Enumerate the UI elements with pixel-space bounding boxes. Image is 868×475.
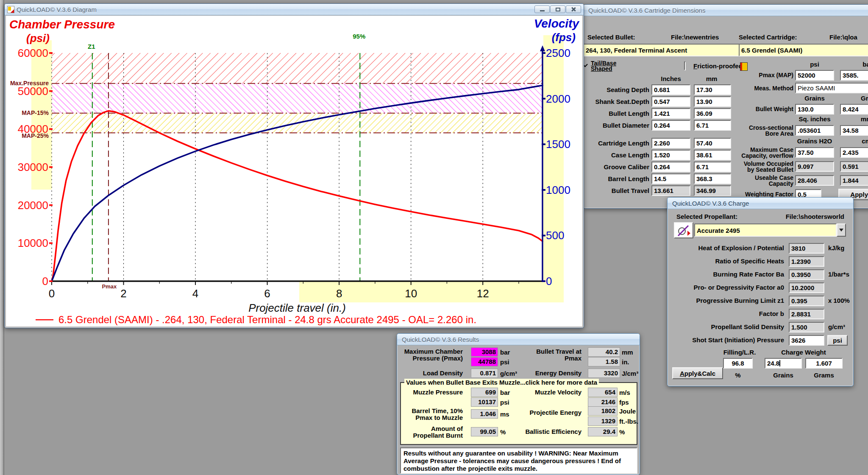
dimension-inches-field[interactable]: 1.421 — [651, 108, 690, 119]
psi-unit-button[interactable]: psi — [827, 335, 848, 346]
results-window-title: QuickLOAD© V.3.6 Results — [402, 336, 479, 343]
bullet-combobox[interactable]: 264, 130, Federal Terminal Ascent — [583, 44, 765, 56]
minimize-button[interactable] — [534, 6, 550, 13]
propellant-combobox[interactable]: Accurate 2495 — [694, 224, 846, 237]
filling-ratio-field[interactable]: 96.8 — [723, 358, 753, 369]
parameter-unit: x 100% — [828, 297, 850, 304]
dimension-inches-field[interactable]: 0.547 — [651, 96, 690, 107]
dimension-mm-field[interactable]: 13.90 — [694, 96, 731, 107]
parameter-value-field: 2.8831 — [789, 309, 824, 319]
spec-value-field-2[interactable]: 2.435 — [840, 147, 868, 158]
x-tick-label: 4 — [192, 287, 198, 300]
selected-bullet-label: Selected Bullet: — [587, 34, 635, 41]
unit-header: Gra — [840, 95, 868, 103]
diagram-window-titlebar[interactable]: QuickLOAD© V.3.6 Diagram — [5, 4, 584, 15]
dimension-mm-field[interactable]: 57.40 — [694, 138, 731, 148]
spec-value-field-2[interactable]: 8.424 — [840, 104, 868, 115]
dimension-mm-field[interactable]: 6.71 — [694, 120, 731, 131]
spec-value-field[interactable]: 130.0 — [795, 104, 834, 115]
energy-density-value: 3320 — [588, 369, 620, 378]
pressure-tick — [49, 166, 53, 168]
bullet-dimension-row: Cartridge Length2.26057.40 — [585, 138, 731, 150]
muzzle-pressure-bar-value: 699 — [471, 388, 498, 397]
dimension-inches-field[interactable]: 0.264 — [651, 162, 690, 172]
chart-area: Max.PressureMAP-15%MAP-25%Z195%Pmax02468… — [6, 16, 582, 327]
dimension-mm-field[interactable]: 17.30 — [694, 84, 731, 95]
muzzle-velocity-ms-value: 654 — [588, 388, 618, 397]
spec-value-field-2[interactable]: 3585. — [840, 70, 868, 81]
propellant-edit-button[interactable] — [674, 222, 693, 238]
velocity-axis-unit: (fps) — [552, 31, 576, 44]
propellant-combobox-value[interactable]: Accurate 2495 — [694, 224, 837, 237]
meas-method-row: Meas. MethodPiezo SAAMI — [734, 81, 868, 95]
velocity-tick — [542, 52, 545, 54]
charge-grains-value: 24.8 — [767, 360, 779, 367]
spec-label: Useable Case Capacity — [734, 175, 793, 187]
diagram-window: QuickLOAD© V.3.6 Diagram Max.PressureMAP… — [4, 3, 584, 328]
ballistic-efficiency-value: 29.4 — [588, 427, 618, 436]
dimension-mm-field[interactable]: 36.09 — [694, 108, 731, 119]
travel-mm-unit: mm — [622, 349, 633, 356]
pressure-tick — [49, 242, 53, 244]
unit-header: Grains — [795, 95, 834, 103]
cartridge-spec-row: Pmax (MAP)520003585. — [734, 69, 868, 81]
cartridge-spec-row: Cross-sectional Bore Area.05360134.58 — [734, 123, 868, 137]
pmax-bar-value: 3088 — [471, 347, 498, 357]
dimension-inches-field[interactable]: 0.681 — [651, 84, 690, 95]
maximize-button[interactable] — [550, 6, 565, 13]
spec-value-field[interactable]: 37.50 — [795, 147, 834, 158]
spec-label: Maximum Case Capacity, overflow — [734, 147, 793, 159]
meas-method-field[interactable]: Piezo SAAMI — [795, 83, 868, 93]
charge-grams-field[interactable]: 1.607 — [805, 358, 843, 369]
unit-header: mm — [840, 115, 868, 123]
dimension-mm-field[interactable]: 38.61 — [694, 150, 731, 160]
propellant-parameter-row: Pro- or Degressivity Factor a010.2000 — [669, 281, 853, 294]
charge-window-titlebar[interactable]: QuickLOAD© V.3.6 Charge — [668, 198, 853, 209]
load-density-label: Load Density — [402, 370, 463, 377]
charge-window-client: Selected Propellant: File:\shootersworld… — [669, 210, 852, 385]
bullet-combobox-value[interactable]: 264, 130, Federal Terminal Ascent — [583, 44, 756, 56]
close-button[interactable] — [566, 6, 581, 13]
velocity-tick-label: 0 — [546, 275, 552, 288]
spec-value-field[interactable]: .053601 — [795, 125, 834, 136]
propellant-combobox-arrow[interactable] — [837, 224, 846, 237]
parameter-value-field: 1.2390 — [789, 256, 824, 267]
parameter-label: Factor b — [759, 310, 784, 317]
apply-calc-button[interactable]: Apply&Calc — [672, 367, 723, 379]
propellant-parameter-row: Burning Rate Factor Ba0.39501/bar*s — [669, 268, 853, 281]
muzzle-pressure-psi-unit: psi — [500, 399, 509, 406]
dimension-mm-field[interactable]: 368.3 — [694, 173, 731, 184]
parameter-value-field[interactable]: 3626 — [789, 335, 824, 346]
bullet-dimension-row: Barrel Length14.5368.3 — [585, 173, 731, 185]
dimension-label: Case Length — [585, 150, 649, 159]
muzzle-pressure-psi-value: 10137 — [471, 397, 498, 407]
dimension-inches-field[interactable]: 0.264 — [651, 120, 690, 131]
friction-proofed-checkbox[interactable] — [684, 62, 686, 70]
muzzle-values-legend[interactable]: Values when Bullet Base Exits Muzzle...c… — [404, 379, 599, 386]
dimension-inches-field[interactable]: 1.520 — [651, 150, 690, 160]
dimension-label: Bullet Travel — [585, 185, 649, 194]
chamber-pressure-curve — [52, 111, 542, 281]
spec-value-field[interactable]: 52000 — [795, 70, 834, 81]
dimension-inches-field[interactable]: 2.260 — [651, 138, 690, 148]
pressure-tick-label: 20000 — [18, 199, 48, 212]
muzzle-velocity-fps-value: 2146 — [588, 397, 618, 407]
charge-grains-field[interactable]: 24.8 — [765, 358, 802, 369]
pressure-tick-label: 10000 — [18, 237, 48, 249]
dimension-label: Shank Seat.Depth — [585, 96, 649, 105]
pressure-tick — [49, 90, 53, 92]
percent-label: % — [723, 372, 753, 379]
pressure-tick — [49, 128, 53, 130]
desktop: { "colors": { "desktop": "#9b9b9b", "dia… — [0, 0, 868, 475]
spec-value-field-2[interactable]: 34.58 — [840, 125, 868, 136]
grams-label: Grams — [805, 372, 843, 379]
x-tick-label: 0 — [49, 287, 55, 300]
cartridge-combobox[interactable]: 6.5 Grendel (SAAMI) — [739, 44, 868, 56]
bullet-dimension-row: Bullet Diameter0.2646.71 — [585, 120, 731, 132]
results-window-titlebar[interactable]: QuickLOAD© V.3.6 Results — [397, 334, 640, 345]
dimension-mm-field[interactable]: 6.71 — [694, 162, 731, 172]
units-header-row: GrainsGra — [734, 95, 868, 103]
cartridge-window-titlebar[interactable]: QuickLOAD© V.3.6 Cartridge Dimensions — [584, 5, 868, 16]
dimension-inches-field[interactable]: 14.5 — [651, 173, 690, 184]
parameter-value-field: 3810 — [789, 243, 824, 254]
